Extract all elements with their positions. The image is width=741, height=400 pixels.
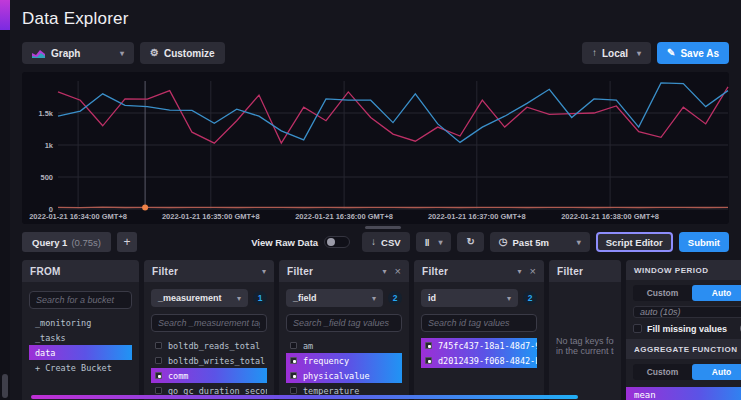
customize-button[interactable]: ⚙ Customize (140, 42, 225, 64)
filter-card-title: Filter (557, 266, 583, 277)
filter-card-title: Filter (422, 266, 448, 277)
pause-refresh-dropdown[interactable]: ‖ ▾ (416, 232, 452, 252)
bucket-item-label: data (35, 348, 55, 358)
window-period-header: WINDOW PERIOD (626, 260, 741, 280)
filter-card-title: Filter (287, 266, 313, 277)
measurement-value-item[interactable]: comm (151, 368, 267, 383)
submit-button[interactable]: Submit (679, 232, 729, 252)
timezone-dropdown[interactable]: ↑ Local ▾ (582, 42, 651, 64)
timezone-label: Local (602, 48, 628, 59)
arrow-up-icon: ↑ (592, 48, 597, 58)
bucket-item-label: + Create Bucket (35, 363, 112, 373)
customize-label: Customize (164, 48, 215, 59)
aggregate-mode-toggle: Custom Auto (633, 364, 741, 380)
chevron-down-icon[interactable]: ▾ (518, 267, 522, 276)
selected-count-badge: 2 (523, 291, 537, 305)
refresh-button[interactable]: ↻ (457, 232, 483, 252)
bucket-item[interactable]: _monitoring (29, 315, 132, 330)
line-chart[interactable]: 05001k1.5k2022-01-21 16:34:00 GMT+82022-… (22, 72, 739, 222)
tag-key-dropdown-id[interactable]: id ▾ (421, 289, 518, 307)
no-tag-keys-message: No tag keys found in the current time ra… (556, 289, 614, 400)
chevron-down-icon: ▾ (438, 238, 442, 247)
view-raw-data-toggle[interactable] (324, 236, 350, 248)
checkbox (290, 357, 297, 364)
window-period-input[interactable]: auto (10s) (633, 306, 741, 318)
id-value-item[interactable]: 745fc437-18a1-48d7-98a6-7… (421, 338, 537, 353)
chevron-down-icon: ▾ (120, 49, 124, 58)
nav-rail-scrollbar[interactable] (2, 374, 8, 398)
svg-text:500: 500 (40, 173, 53, 182)
tag-key-dropdown-field[interactable]: _field ▾ (286, 289, 383, 307)
clock-icon: ◷ (499, 237, 508, 247)
close-icon[interactable]: × (395, 266, 401, 277)
bucket-item[interactable]: _tasks (29, 330, 132, 345)
window-custom-option[interactable]: Custom (633, 285, 692, 301)
app-logo[interactable] (0, 0, 10, 30)
close-icon[interactable]: × (530, 266, 536, 277)
chevron-down-icon: ▾ (237, 294, 241, 303)
svg-text:2022-01-21 16:34:00 GMT+8: 2022-01-21 16:34:00 GMT+8 (29, 212, 127, 221)
nav-rail[interactable] (0, 0, 10, 400)
graph-type-icon (32, 49, 45, 58)
checkbox (290, 342, 297, 349)
id-search-input[interactable] (421, 314, 537, 332)
measurement-value-item-label: boltdb_reads_total (168, 341, 260, 351)
bucket-item[interactable]: data (29, 345, 132, 360)
field-search-input[interactable] (286, 314, 402, 332)
bucket-item-label: _monitoring (35, 318, 91, 328)
svg-text:1.5k: 1.5k (38, 109, 53, 118)
query-builder: FROM _monitoring_tasksdata+ Create Bucke… (10, 260, 741, 400)
chevron-down-icon: ▾ (372, 294, 376, 303)
filter-card-empty: Filter No tag keys found in the current … (549, 260, 621, 400)
visualization-type-dropdown[interactable]: Graph ▾ (22, 42, 134, 64)
checkbox (155, 372, 162, 379)
measurement-value-item-label: go_gc_duration_seconds (168, 386, 267, 396)
aggregate-custom-option[interactable]: Custom (633, 364, 692, 380)
filter-card-title: Filter (152, 266, 178, 277)
time-series-graph[interactable]: 05001k1.5k2022-01-21 16:34:00 GMT+82022-… (22, 72, 729, 224)
id-value-item[interactable]: d2012439-f068-4842-bfef-8… (421, 353, 537, 368)
script-editor-label: Script Editor (606, 237, 663, 248)
query-tab[interactable]: Query 1 (0.75s) (22, 232, 111, 252)
save-as-button[interactable]: ✎ Save As (657, 42, 729, 64)
download-csv-button[interactable]: ↓ CSV (362, 232, 410, 252)
field-value-list: amfrequencyphysicalvaluetemperature (286, 338, 402, 398)
field-value-item[interactable]: am (286, 338, 402, 353)
add-query-button[interactable]: + (117, 232, 137, 252)
field-value-item[interactable]: frequency (286, 353, 402, 368)
bucket-search-input[interactable] (29, 291, 132, 309)
chevron-down-icon: ▾ (637, 49, 641, 58)
time-range-dropdown[interactable]: ◷ Past 5m ▾ (490, 232, 590, 252)
measurement-value-item[interactable]: boltdb_writes_total (151, 353, 267, 368)
fill-missing-values-label: Fill missing values (647, 324, 735, 334)
visualization-type-label: Graph (51, 48, 80, 59)
measurement-search-input[interactable] (151, 314, 267, 332)
submit-label: Submit (688, 237, 720, 248)
field-value-item-label: physicalvalue (303, 371, 370, 381)
view-raw-data-label: View Raw Data (251, 237, 318, 248)
tag-key-label: _field (293, 293, 317, 303)
checkbox (290, 372, 297, 379)
tag-key-dropdown-measurement[interactable]: _measurement ▾ (151, 289, 248, 307)
page-title: Data Explorer (22, 9, 741, 29)
measurement-value-item-label: comm (168, 371, 188, 381)
tag-key-label: _measurement (158, 293, 222, 303)
fill-missing-values-checkbox[interactable] (633, 324, 642, 333)
measurement-value-item-label: boltdb_writes_total (168, 356, 265, 366)
id-value-list: 745fc437-18a1-48d7-98a6-7…d2012439-f068-… (421, 338, 537, 368)
gear-icon: ⚙ (150, 48, 159, 58)
chevron-down-icon[interactable]: ▾ (383, 267, 387, 276)
window-auto-option[interactable]: Auto (692, 285, 741, 301)
graph-horizontal-scrollbar[interactable] (365, 226, 401, 229)
csv-label: CSV (381, 237, 401, 248)
field-value-item[interactable]: physicalvalue (286, 368, 402, 383)
measurement-value-item[interactable]: boltdb_reads_total (151, 338, 267, 353)
data-explorer-page: Data Explorer Graph ▾ ⚙ Customize ↑ (10, 0, 741, 400)
bucket-item[interactable]: + Create Bucket (29, 360, 132, 375)
aggregate-auto-option[interactable]: Auto (692, 364, 741, 380)
chevron-down-icon[interactable]: ▾ (262, 267, 266, 276)
aggregate-function-item[interactable]: mean (626, 387, 741, 400)
builder-horizontal-scrollbar[interactable] (31, 395, 578, 399)
script-editor-button[interactable]: Script Editor (596, 232, 673, 252)
svg-text:2022-01-21 16:36:00 GMT+8: 2022-01-21 16:36:00 GMT+8 (295, 212, 393, 221)
